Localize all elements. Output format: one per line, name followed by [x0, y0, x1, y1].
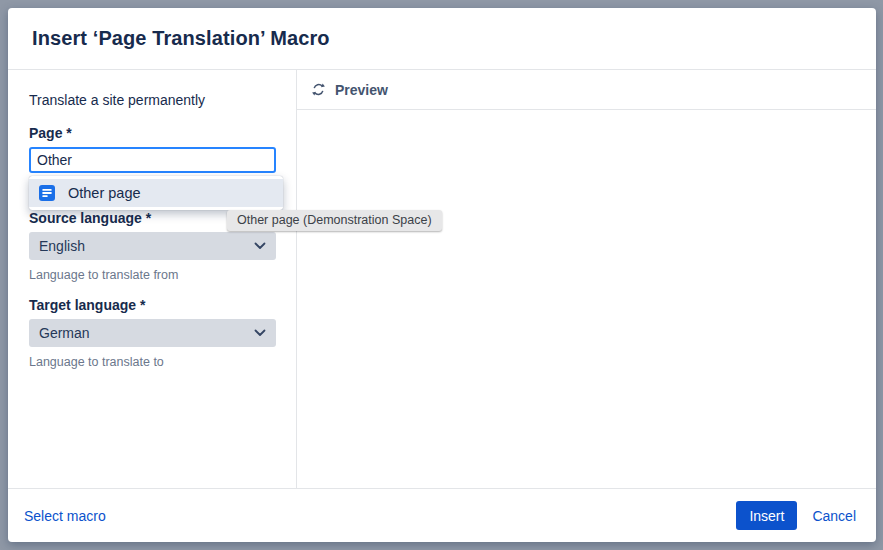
target-language-label: Target language *: [29, 297, 276, 313]
target-language-select[interactable]: German: [29, 319, 276, 347]
chevron-down-icon: [254, 242, 266, 250]
page-suggestion-label: Other page: [68, 185, 141, 201]
chevron-down-icon: [254, 329, 266, 337]
source-language-value: English: [39, 238, 85, 254]
insert-macro-dialog: Insert ‘Page Translation’ Macro Translat…: [8, 8, 876, 542]
source-language-select[interactable]: English: [29, 232, 276, 260]
page-icon: [39, 185, 55, 201]
page-field-label: Page *: [29, 125, 276, 141]
page-suggestion-dropdown: Other page: [29, 176, 283, 210]
insert-button[interactable]: Insert: [736, 501, 797, 530]
select-macro-link[interactable]: Select macro: [24, 508, 106, 524]
dialog-footer: Select macro Insert Cancel: [8, 488, 876, 542]
macro-parameters-panel: Translate a site permanently Page *: [8, 70, 297, 488]
target-language-value: German: [39, 325, 90, 341]
source-language-helper: Language to translate from: [29, 268, 276, 282]
dialog-header: Insert ‘Page Translation’ Macro: [8, 8, 876, 70]
preview-title: Preview: [335, 82, 388, 98]
page-input[interactable]: [29, 147, 276, 173]
dialog-title: Insert ‘Page Translation’ Macro: [32, 27, 330, 50]
preview-panel: Preview: [297, 70, 876, 488]
dialog-body: Translate a site permanently Page *: [8, 70, 876, 488]
cancel-link[interactable]: Cancel: [812, 508, 856, 524]
page-input-wrap: Other page: [29, 147, 276, 173]
target-language-helper: Language to translate to: [29, 355, 276, 369]
page-suggestion-item[interactable]: Other page: [29, 179, 283, 207]
page-tooltip: Other page (Demonstration Space): [227, 210, 442, 231]
macro-description: Translate a site permanently: [29, 92, 276, 108]
preview-header: Preview: [297, 70, 876, 110]
refresh-icon[interactable]: [311, 82, 326, 97]
